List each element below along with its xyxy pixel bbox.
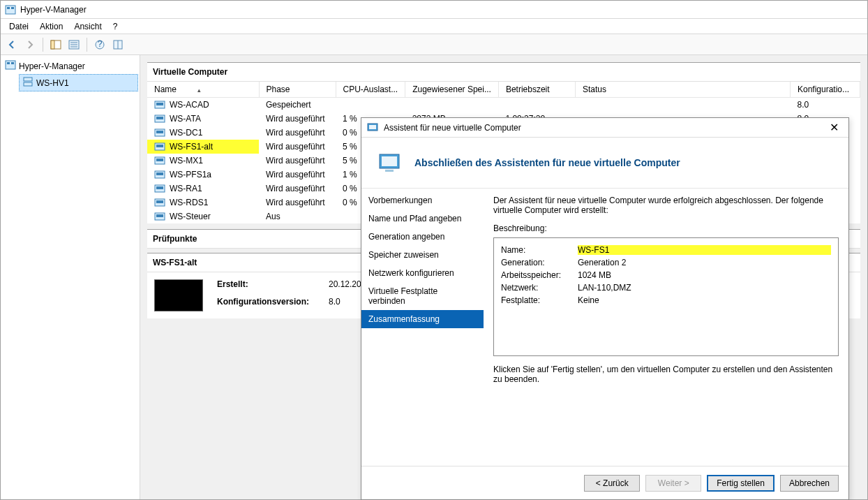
vm-row[interactable]: WS-ACADGespeichert8.0	[147, 98, 860, 112]
titlebar: Hyper-V-Manager	[1, 1, 867, 19]
wizard-nav-item[interactable]: Speicher zuweisen	[361, 246, 484, 264]
vm-cpu	[336, 98, 405, 112]
vm-name: WS-Steuer	[170, 212, 211, 221]
vm-icon	[154, 211, 165, 222]
tree-host-node[interactable]: WS-HV1	[19, 74, 138, 91]
toolbar: ?	[1, 34, 867, 55]
server-icon	[22, 76, 33, 89]
wizard-main: Der Assistent für neue virtuelle Compute…	[484, 189, 848, 466]
new-vm-wizard-dialog: Assistent für neue virtuelle Computer ✕ …	[361, 117, 849, 500]
wizard-nav-item[interactable]: Zusammenfassung	[361, 310, 484, 328]
tree-panel: Hyper-V-Manager WS-HV1	[1, 55, 140, 499]
svg-rect-31	[156, 186, 163, 189]
wizard-nav-item[interactable]: Generation angeben	[361, 228, 484, 246]
finish-button[interactable]: Fertig stellen	[707, 475, 775, 492]
show-hide-tree-button[interactable]	[47, 36, 64, 53]
menu-file[interactable]: Datei	[3, 20, 34, 33]
vm-mem	[405, 98, 499, 112]
col-mem[interactable]: Zugewiesener Spei...	[405, 82, 499, 98]
tree-host-label: WS-HV1	[36, 78, 69, 88]
col-name[interactable]: Name▴	[147, 82, 259, 98]
vm-phase: Wird ausgeführt	[259, 196, 336, 209]
vm-phase: Wird ausgeführt	[259, 168, 336, 182]
vm-name: WS-FS1-alt	[170, 142, 213, 152]
vm-phase: Gespeichert	[259, 98, 336, 112]
col-phase[interactable]: Phase	[259, 82, 336, 98]
help-button[interactable]: ?	[91, 36, 108, 53]
col-status[interactable]: Status	[575, 82, 790, 98]
menu-action[interactable]: Aktion	[34, 20, 68, 33]
hyperv-icon	[5, 4, 16, 15]
sum-disk-value: Keine	[578, 295, 831, 305]
svg-rect-39	[382, 156, 397, 166]
dialog-banner: Abschließen des Assistenten für neue vir…	[361, 138, 848, 189]
vm-name: WS-RDS1	[170, 198, 208, 207]
vm-config: 8.0	[791, 98, 860, 112]
dialog-title: Assistent für neue virtuelle Computer	[384, 123, 825, 133]
wizard-banner-icon	[378, 152, 401, 174]
sum-mem-value: 1024 MB	[578, 270, 831, 280]
svg-rect-13	[6, 61, 15, 69]
cancel-button[interactable]: Abbrechen	[780, 475, 839, 492]
dialog-button-bar: < Zurück Weiter > Fertig stellen Abbrech…	[361, 466, 848, 499]
dialog-banner-title: Abschließen des Assistenten für neue vir…	[414, 157, 680, 168]
vm-group-header: Virtuelle Computer	[147, 63, 860, 82]
svg-rect-25	[156, 145, 163, 147]
menu-view[interactable]: Ansicht	[68, 20, 107, 33]
vm-icon	[154, 113, 165, 124]
nav-back-button[interactable]	[3, 36, 20, 53]
vm-phase: Wird ausgeführt	[259, 182, 336, 196]
vm-name: WS-MX1	[170, 156, 203, 166]
vm-status	[575, 98, 790, 112]
svg-rect-4	[51, 41, 54, 49]
details-kv: Erstellt: 20.12.2015 14 Konfigurationsve…	[217, 279, 382, 311]
tree-root-hyperv[interactable]: Hyper-V-Manager	[2, 58, 138, 74]
vm-thumbnail[interactable]	[154, 279, 203, 311]
vm-name: WS-ATA	[170, 114, 201, 124]
back-button[interactable]: < Zurück	[584, 475, 640, 492]
vm-icon	[154, 155, 165, 166]
svg-rect-19	[156, 103, 163, 105]
wizard-nav-item[interactable]: Name und Pfad angeben	[361, 209, 484, 228]
svg-rect-35	[156, 214, 163, 217]
wizard-nav: VorbemerkungenName und Pfad angebenGener…	[361, 189, 484, 466]
hyperv-node-icon	[5, 59, 16, 73]
menu-help[interactable]: ?	[107, 20, 124, 33]
toolbar-sep	[43, 38, 43, 52]
wizard-desc-label: Beschreibung:	[493, 218, 839, 237]
svg-rect-33	[156, 200, 163, 203]
vm-icon	[154, 141, 165, 152]
vm-icon	[154, 127, 165, 138]
menubar: Datei Aktion Ansicht ?	[1, 19, 867, 34]
vm-icon	[154, 169, 165, 180]
sum-name-label: Name:	[501, 245, 578, 255]
wizard-nav-item[interactable]: Virtuelle Festplatte verbinden	[361, 282, 484, 310]
sum-gen-label: Generation:	[501, 258, 578, 267]
sum-net-label: Netzwerk:	[501, 283, 578, 293]
dialog-icon	[367, 122, 378, 133]
svg-rect-0	[6, 6, 15, 14]
sum-name-value: WS-FS1	[578, 245, 831, 255]
svg-rect-14	[7, 62, 10, 64]
wizard-finish-msg: Klicken Sie auf 'Fertig stellen', um den…	[493, 356, 839, 392]
wizard-nav-item[interactable]: Vorbemerkungen	[361, 191, 484, 209]
wizard-nav-item[interactable]: Netzwerk konfigurieren	[361, 264, 484, 282]
svg-rect-23	[156, 131, 163, 133]
svg-rect-17	[24, 82, 32, 86]
nav-forward-button[interactable]	[22, 36, 38, 53]
close-button[interactable]: ✕	[825, 120, 843, 135]
col-config[interactable]: Konfiguratio...	[791, 82, 860, 98]
summary-box: Name: WS-FS1 Generation: Generation 2 Ar…	[493, 237, 839, 356]
col-cpu[interactable]: CPU-Auslast...	[336, 82, 405, 98]
vm-phase: Wird ausgeführt	[259, 126, 336, 140]
refresh-button[interactable]	[110, 36, 126, 53]
svg-rect-40	[385, 170, 394, 172]
svg-rect-16	[24, 78, 32, 81]
svg-text:?: ?	[98, 39, 103, 49]
svg-rect-1	[7, 7, 10, 9]
properties-button[interactable]	[66, 36, 82, 53]
vm-name: WS-ACAD	[170, 100, 209, 110]
dialog-titlebar[interactable]: Assistent für neue virtuelle Computer ✕	[361, 118, 848, 138]
svg-rect-29	[156, 172, 163, 175]
col-uptime[interactable]: Betriebszeit	[498, 82, 575, 98]
